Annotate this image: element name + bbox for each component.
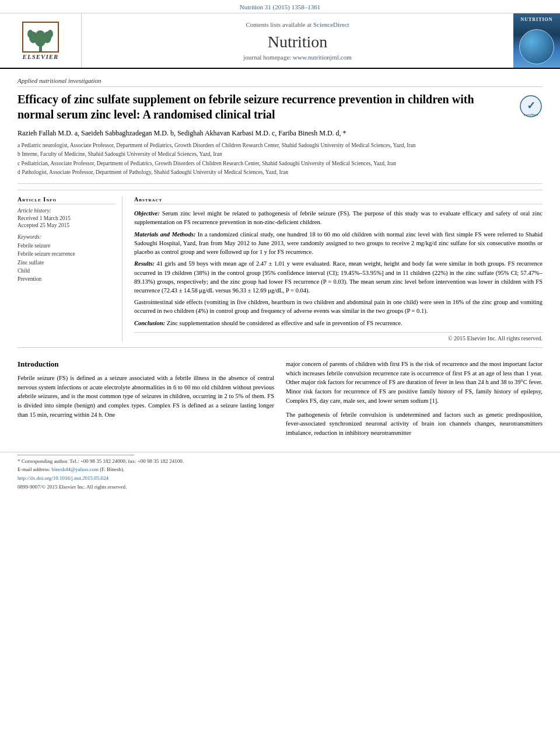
article-info-heading: Article Info [18, 196, 115, 204]
authors-text: Razieh Fallah M.D. a, Saeideh Sabbaghzad… [18, 129, 346, 137]
crossmark-icon: ✓ CrossMark [519, 95, 542, 118]
keyword-5: Prevention [18, 275, 115, 283]
email-name: (F. Binesh). [100, 466, 124, 472]
results-text: 41 girls and 59 boys with mean age of 2.… [134, 260, 542, 294]
svg-text:✓: ✓ [527, 100, 536, 111]
authors-line: Razieh Fallah M.D. a, Saeideh Sabbaghzad… [18, 128, 542, 138]
journal-center-info: Contents lists available at ScienceDirec… [82, 13, 513, 68]
received-date: Received 1 March 2015 [18, 215, 115, 221]
affiliation-a: a Pediatric neurologist, Associate Profe… [18, 142, 542, 149]
section-divider [18, 347, 542, 348]
abstract-objective: Objective: Serum zinc level might be rel… [134, 209, 542, 226]
abstract-heading: Abstract [134, 196, 542, 204]
journal-reference: Nutrition 31 (2015) 1358–1361 [0, 0, 560, 13]
contents-text: Contents lists available at [246, 21, 312, 28]
keyword-3: Zinc sulfate [18, 259, 115, 267]
keywords-label: Keywords: [18, 234, 115, 240]
intro-para-right-1: major concern of parents of children wit… [286, 360, 542, 406]
abstract-methods: Materials and Methods: In a randomized c… [134, 230, 542, 257]
crossmark-badge[interactable]: ✓ CrossMark [519, 95, 542, 118]
elsevier-logo: ELSEVIER [0, 13, 82, 68]
svg-point-4 [27, 30, 33, 38]
intro-para-right-2: The pathogenesis of febrile convulsion i… [286, 410, 542, 438]
email-label: E-mail address: [18, 466, 50, 472]
elsevier-brand-text: ELSEVIER [23, 53, 59, 60]
abstract-gastrointestinal: Gastrointestinal side effects (vomiting … [134, 298, 542, 315]
intro-col-left: Introduction Febrile seizure (FS) is def… [18, 360, 274, 442]
keyword-2: Febrile seizure recurrence [18, 250, 115, 258]
copyright-line: © 2015 Elsevier Inc. All rights reserved… [134, 332, 542, 341]
doi-link[interactable]: http://dx.doi.org/10.1016/j.nut.2015.05.… [18, 475, 108, 481]
footnotes-area: * Corresponding author. Tel.: +00 98 35 … [0, 452, 560, 494]
methods-label: Materials and Methods: [134, 231, 195, 238]
accepted-date: Accepted 25 May 2015 [18, 222, 115, 228]
journal-cover-image: NUTRITION [513, 13, 560, 68]
svg-point-5 [47, 30, 53, 38]
cover-globe-graphic [519, 29, 554, 64]
affiliations: a Pediatric neurologist, Associate Profe… [18, 142, 542, 184]
corresponding-author: * Corresponding author. Tel.: +00 98 35 … [18, 458, 542, 465]
cover-title-text: NUTRITION [520, 17, 552, 22]
abstract-text: Objective: Serum zinc level might be rel… [134, 209, 542, 327]
intro-heading: Introduction [18, 360, 274, 369]
history-label: Article history: [18, 208, 115, 214]
conclusion-label: Conclusion: [134, 320, 165, 326]
keyword-4: Child [18, 267, 115, 275]
keywords-list: Febrile seizure Febrile seizure recurren… [18, 242, 115, 283]
intro-two-col: Introduction Febrile seizure (FS) is def… [18, 360, 542, 442]
affiliation-c: c Pediatrician, Associate Professor, Dep… [18, 160, 542, 168]
journal-header: ELSEVIER Contents lists available at Sci… [0, 13, 560, 69]
article-title-area: Efficacy of zinc sulfate supplement on f… [18, 92, 542, 122]
article-type-label: Applied nutritional investigation [18, 77, 542, 87]
doi-line: http://dx.doi.org/10.1016/j.nut.2015.05.… [18, 475, 542, 482]
methods-text: In a randomized clinical study, one hund… [134, 231, 542, 255]
article-title: Efficacy of zinc sulfate supplement on f… [18, 92, 519, 122]
abstract-results: Results: 41 girls and 59 boys with mean … [134, 259, 542, 295]
keyword-1: Febrile seizure [18, 242, 115, 250]
journal-homepage-line: journal homepage: www.nutritionjrnl.com [243, 54, 352, 61]
introduction-section: Introduction Febrile seizure (FS) is def… [0, 354, 560, 448]
svg-text:CrossMark: CrossMark [524, 113, 538, 116]
homepage-label: journal homepage: [243, 54, 291, 61]
article-info-column: Article Info Article history: Received 1… [18, 196, 123, 341]
sciencedirect-link[interactable]: ScienceDirect [313, 21, 349, 28]
email-link[interactable]: binesh44@yahoo.com [51, 466, 99, 472]
abstract-conclusion: Conclusion: Zinc supplementation should … [134, 319, 542, 327]
article-info-section: Article Info Article history: Received 1… [18, 196, 115, 228]
page: Nutrition 31 (2015) 1358–1361 ELSEVIER [0, 0, 560, 753]
article-content: Applied nutritional investigation Effica… [0, 69, 560, 341]
article-info-abstract-section: Article Info Article history: Received 1… [18, 190, 542, 341]
elsevier-tree-icon [22, 21, 60, 53]
keywords-section: Keywords: Febrile seizure Febrile seizur… [18, 234, 115, 283]
issn-line: 0899-9007/© 2015 Elsevier Inc. All right… [18, 483, 542, 491]
results-label: Results: [134, 260, 155, 267]
affiliation-d: d Pathologist, Associate Professor, Depa… [18, 169, 542, 176]
objective-label: Objective: [134, 210, 160, 217]
journal-homepage-link[interactable]: www.nutritionjrnl.com [293, 54, 352, 61]
affiliation-b: b Interne, Faculty of Medicine, Shahid S… [18, 151, 542, 158]
footnote-divider [18, 455, 134, 455]
journal-ref-text: Nutrition 31 (2015) 1358–1361 [240, 4, 320, 11]
journal-title: Nutrition [268, 33, 328, 51]
intro-para-1: Febrile seizure (FS) is defined as a sei… [18, 374, 274, 420]
conclusion-text: Zinc supplementation should be considere… [167, 320, 402, 326]
email-line: E-mail address: binesh44@yahoo.com (F. B… [18, 466, 542, 473]
abstract-column: Abstract Objective: Serum zinc level mig… [134, 196, 542, 341]
intro-col-right: major concern of parents of children wit… [286, 360, 542, 442]
sciencedirect-line: Contents lists available at ScienceDirec… [246, 21, 349, 28]
objective-text: Serum zinc level might be related to pat… [134, 210, 542, 225]
